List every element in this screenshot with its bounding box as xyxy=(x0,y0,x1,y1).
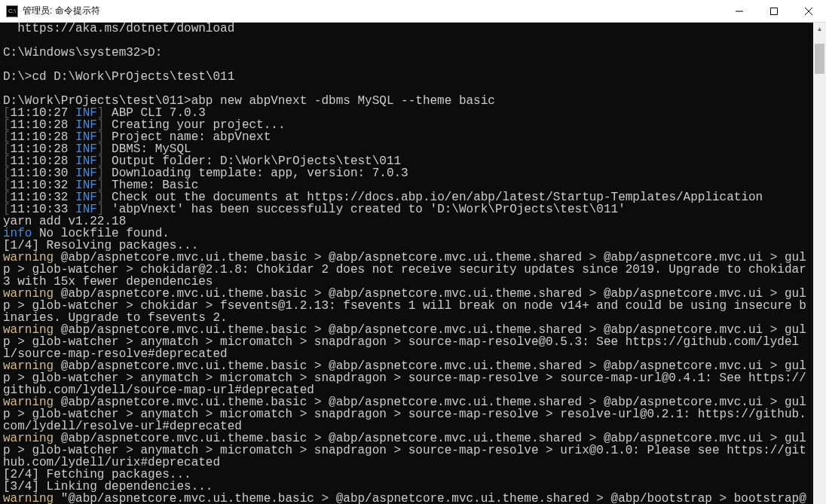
terminal-line: [11:10:27 INF] ABP CLI 7.0.3 xyxy=(3,107,810,119)
terminal-line: [11:10:30 INF] Downloading template: app… xyxy=(3,167,810,179)
terminal-line: D:\Work\PrOjects\test\011>abp new abpVne… xyxy=(3,95,810,107)
terminal-line: [11:10:28 INF] Output folder: D:\Work\Pr… xyxy=(3,155,810,167)
maximize-button[interactable] xyxy=(757,0,791,23)
terminal-line: C:\Windows\system32>D: xyxy=(3,47,810,59)
terminal-line xyxy=(3,83,810,95)
terminal-line: warning @abp/aspnetcore.mvc.ui.theme.bas… xyxy=(3,396,810,432)
terminal-line: [11:10:28 INF] Project name: abpVnext xyxy=(3,131,810,143)
terminal-line: D:\>cd D:\Work\PrOjects\test\011 xyxy=(3,71,810,83)
terminal-line: warning @abp/aspnetcore.mvc.ui.theme.bas… xyxy=(3,432,810,469)
terminal-line: [1/4] Resolving packages... xyxy=(3,240,810,252)
scroll-up-button[interactable]: ▲ xyxy=(813,23,826,35)
close-button[interactable] xyxy=(791,0,826,23)
scroll-thumb[interactable] xyxy=(815,44,824,74)
window: C:\ 管理员: 命令提示符 https://aka.ms/dotnet/dow… xyxy=(0,0,826,504)
titlebar[interactable]: C:\ 管理员: 命令提示符 xyxy=(0,0,826,23)
terminal-line: [11:10:32 INF] Theme: Basic xyxy=(3,179,810,191)
terminal-line: [2/4] Fetching packages... xyxy=(3,469,810,481)
terminal-line: warning @abp/aspnetcore.mvc.ui.theme.bas… xyxy=(3,288,810,324)
terminal-line: warning "@abp/aspnetcore.mvc.ui.theme.ba… xyxy=(3,493,810,504)
terminal-line: [11:10:28 INF] DBMS: MySQL xyxy=(3,143,810,155)
terminal-line xyxy=(3,35,810,47)
terminal-line: [11:10:32 INF] Check out the documents a… xyxy=(3,191,810,203)
window-title: 管理员: 命令提示符 xyxy=(23,5,722,17)
terminal-line: yarn add v1.22.18 xyxy=(3,215,810,228)
terminal-line: warning @abp/aspnetcore.mvc.ui.theme.bas… xyxy=(3,324,810,360)
terminal-line: https://aka.ms/dotnet/download xyxy=(3,23,810,35)
minimize-button[interactable] xyxy=(722,0,757,23)
terminal-output[interactable]: https://aka.ms/dotnet/download C:\Window… xyxy=(0,23,813,504)
cmd-icon: C:\ xyxy=(6,5,18,17)
terminal-line: [11:10:28 INF] Creating your project... xyxy=(3,119,810,131)
terminal-line: [11:10:33 INF] 'abpVnext' has been succe… xyxy=(3,203,810,215)
terminal-line: [3/4] Linking dependencies... xyxy=(3,481,810,493)
terminal-line: info No lockfile found. xyxy=(3,228,810,240)
terminal-area: https://aka.ms/dotnet/download C:\Window… xyxy=(0,23,826,504)
scrollbar[interactable]: ▲ ▼ xyxy=(813,23,826,504)
svg-rect-1 xyxy=(771,8,778,14)
terminal-line: warning @abp/aspnetcore.mvc.ui.theme.bas… xyxy=(3,252,810,288)
terminal-line: warning @abp/aspnetcore.mvc.ui.theme.bas… xyxy=(3,360,810,396)
terminal-line xyxy=(3,59,810,71)
